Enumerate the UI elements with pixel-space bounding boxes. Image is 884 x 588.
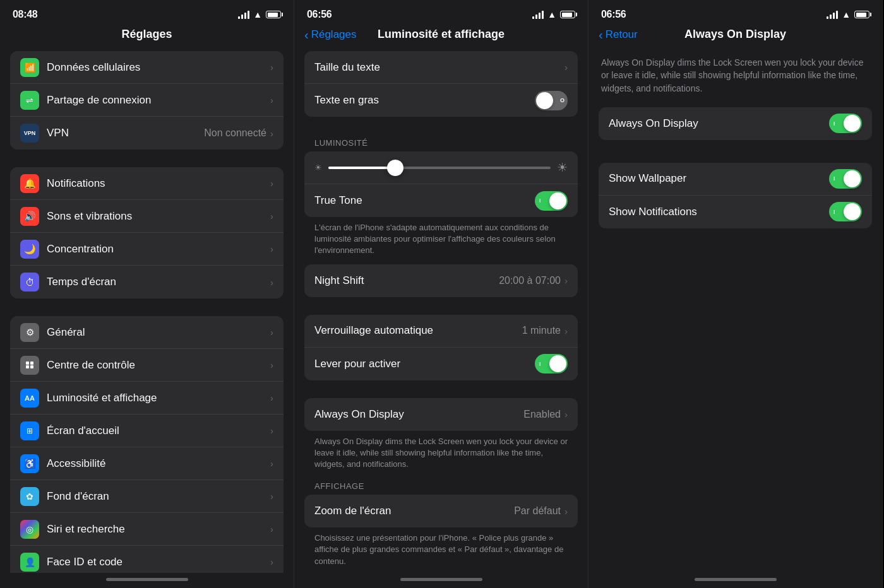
luminosite-header: LUMINOSITÉ <box>294 134 588 151</box>
show-notifications-label: Show Notifications <box>609 206 829 218</box>
sidebar-item-siri[interactable]: ◎ Siri et recherche › <box>10 513 284 546</box>
time-1: 08:48 <box>13 9 37 20</box>
home-indicator-2 <box>294 573 588 588</box>
time-2: 06:56 <box>307 9 332 20</box>
chevron-icon: › <box>564 506 568 517</box>
home-indicator-1 <box>0 573 294 588</box>
status-bar-3: 06:56 ▲ <box>588 0 882 24</box>
group-luminosite: ☀ ☀ True Tone I <box>304 151 578 217</box>
night-shift-item[interactable]: Night Shift 20:00 à 07:00 › <box>304 264 578 297</box>
group-lock: Verrouillage automatique 1 minute › Leve… <box>304 315 578 380</box>
settings-scroll-3[interactable]: Always On Display dims the Lock Screen w… <box>588 46 882 573</box>
centre-controle-label: Centre de contrôle <box>47 359 270 372</box>
chevron-icon: › <box>564 409 568 420</box>
status-bar-2: 06:56 ▲ <box>294 0 588 24</box>
sidebar-item-donnees-cellulaires[interactable]: 📶 Données cellulaires › <box>10 51 284 84</box>
signal-icon-1 <box>238 11 249 19</box>
concentration-icon: 🌙 <box>20 240 39 259</box>
sidebar-item-faceid[interactable]: 👤 Face ID et code › <box>10 546 284 573</box>
taille-texte-label: Taille du texte <box>314 61 564 74</box>
time-3: 06:56 <box>601 9 626 20</box>
donnees-label: Données cellulaires <box>47 61 270 74</box>
sidebar-item-partage[interactable]: ⇌ Partage de connexion › <box>10 84 284 117</box>
true-tone-toggle[interactable]: I <box>535 191 568 211</box>
chevron-icon: › <box>270 524 273 534</box>
lever-item[interactable]: Lever pour activer I <box>304 348 578 380</box>
affichage-description: Choisissez une présentation pour l'iPhon… <box>294 527 588 573</box>
siri-label: Siri et recherche <box>47 523 270 536</box>
chevron-icon: › <box>564 62 568 73</box>
back-button-3[interactable]: ‹ Retour <box>599 28 638 41</box>
show-notifications-toggle[interactable]: I <box>829 202 862 221</box>
aod-toggle-item[interactable]: Always On Display I <box>599 107 872 140</box>
home-indicator-3 <box>588 573 882 588</box>
luminosite-slider-item[interactable]: ☀ ☀ <box>304 151 578 184</box>
donnees-icon: 📶 <box>20 58 39 77</box>
vpn-label: VPN <box>47 127 204 139</box>
status-icons-3: ▲ <box>827 9 869 20</box>
texte-gras-toggle[interactable]: O <box>535 91 568 110</box>
sidebar-item-general[interactable]: ⚙ Général › <box>10 316 284 349</box>
verrouillage-value: 1 minute <box>522 325 561 336</box>
settings-scroll-1[interactable]: 📶 Données cellulaires › ⇌ Partage de con… <box>0 46 294 573</box>
zoom-label: Zoom de l'écran <box>314 505 514 517</box>
page-title-2: Luminosité et affichage <box>378 28 505 41</box>
back-button-2[interactable]: ‹ Réglages <box>304 28 357 41</box>
true-tone-item[interactable]: True Tone I <box>304 184 578 217</box>
sidebar-item-concentration[interactable]: 🌙 Concentration › <box>10 233 284 266</box>
settings-scroll-2[interactable]: Taille du texte › Texte en gras O LUMINO… <box>294 46 588 573</box>
lever-label: Lever pour activer <box>314 358 535 370</box>
accessibilite-label: Accessibilité <box>47 457 270 470</box>
group-night-shift: Night Shift 20:00 à 07:00 › <box>304 264 578 297</box>
show-wallpaper-item[interactable]: Show Wallpaper I <box>599 163 872 196</box>
aod-main-toggle[interactable]: I <box>829 114 862 133</box>
aod-description: Always On Display dims the Lock Screen w… <box>294 431 588 478</box>
chevron-icon: › <box>270 95 273 105</box>
battery-icon-3 <box>854 11 869 18</box>
page-title-1: Réglages <box>121 28 172 41</box>
brightness-low-icon: ☀ <box>314 163 322 172</box>
show-wallpaper-toggle[interactable]: I <box>829 169 862 189</box>
verrouillage-item[interactable]: Verrouillage automatique 1 minute › <box>304 315 578 348</box>
sidebar-item-notifications[interactable]: 🔔 Notifications › <box>10 167 284 200</box>
sidebar-item-temps-ecran[interactable]: ⏱ Temps d'écran › <box>10 266 284 298</box>
panel-aod: 06:56 ▲ ‹ Retour Always On Display Alway… <box>588 0 883 588</box>
zoom-item[interactable]: Zoom de l'écran Par défaut › <box>304 495 578 527</box>
sidebar-item-fond-ecran[interactable]: ✿ Fond d'écran › <box>10 480 284 513</box>
temps-ecran-icon: ⏱ <box>20 273 39 291</box>
show-notifications-item[interactable]: Show Notifications I <box>599 196 872 228</box>
chevron-icon: › <box>270 327 273 338</box>
sidebar-item-ecran-accueil[interactable]: ⊞ Écran d'accueil › <box>10 415 284 447</box>
wifi-icon-1: ▲ <box>253 9 262 20</box>
page-title-3: Always On Display <box>684 28 786 41</box>
true-tone-label: True Tone <box>314 194 535 207</box>
vpn-value: Non connecté <box>204 127 266 139</box>
texte-gras-item[interactable]: Texte en gras O <box>304 84 578 117</box>
nav-bar-1: Réglages <box>0 24 294 46</box>
chevron-icon: › <box>270 392 273 403</box>
accessibilite-icon: ♿ <box>20 454 39 473</box>
group-display: ⚙ Général › Centre de contrôle › AA <box>10 316 284 573</box>
sidebar-item-luminosite[interactable]: AA Luminosité et affichage › <box>10 382 284 415</box>
lever-toggle[interactable]: I <box>535 354 568 373</box>
aod-item[interactable]: Always On Display Enabled › <box>304 398 578 431</box>
ecran-accueil-label: Écran d'accueil <box>47 425 270 437</box>
sidebar-item-centre-controle[interactable]: Centre de contrôle › <box>10 349 284 382</box>
taille-texte-item[interactable]: Taille du texte › <box>304 51 578 84</box>
battery-icon-2 <box>560 11 575 18</box>
chevron-icon: › <box>270 128 273 139</box>
sons-icon: 🔊 <box>20 207 39 226</box>
true-tone-description: L'écran de l'iPhone s'adapte automatique… <box>294 217 588 264</box>
sidebar-item-vpn[interactable]: VPN VPN Non connecté › <box>10 117 284 150</box>
sidebar-item-accessibilite[interactable]: ♿ Accessibilité › <box>10 447 284 480</box>
chevron-icon: › <box>564 275 568 286</box>
status-icons-2: ▲ <box>532 9 575 20</box>
signal-icon-3 <box>827 11 838 19</box>
sidebar-item-sons[interactable]: 🔊 Sons et vibrations › <box>10 200 284 233</box>
brightness-slider[interactable] <box>328 167 551 169</box>
back-chevron-icon-3: ‹ <box>599 28 603 41</box>
status-bar-1: 08:48 ▲ <box>0 0 294 24</box>
chevron-icon: › <box>564 326 568 336</box>
chevron-icon: › <box>270 277 273 288</box>
aod-main-description: Always On Display dims the Lock Screen w… <box>588 46 882 107</box>
